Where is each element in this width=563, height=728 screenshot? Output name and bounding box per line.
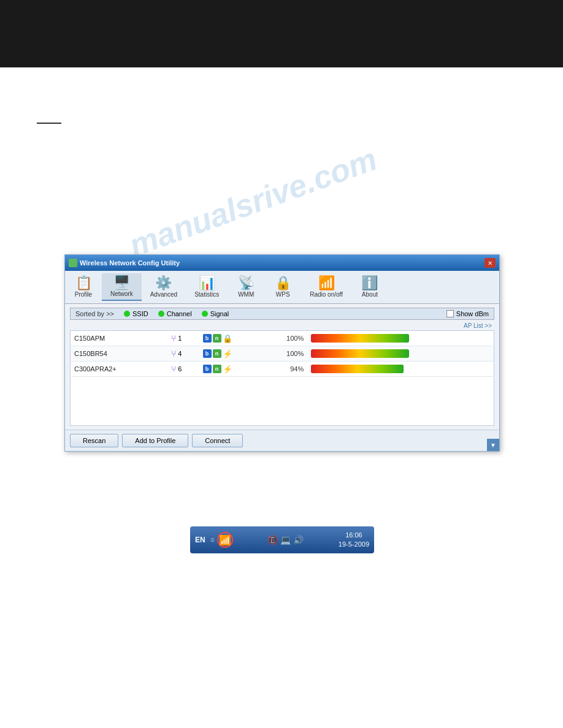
connect-button[interactable]: Connect [192, 434, 243, 447]
about-icon: ℹ️ [361, 276, 378, 290]
table-row[interactable]: C300APRA2+ ⑂ 6 b n ⚡ 94% [71, 362, 494, 377]
tray-icon-3: 🔊 [293, 535, 304, 545]
signal-percent: 100% [264, 331, 307, 346]
bolt-icon: ⚡ [223, 349, 232, 358]
toolbar-item-radio[interactable]: 📶 Radio on/off [301, 273, 351, 301]
channel-num: 4 [178, 350, 182, 357]
close-button[interactable]: ✕ [484, 258, 496, 268]
proto-b-icon: b [203, 349, 212, 358]
channel-dot [158, 311, 164, 317]
date-display: 19-5-2009 [339, 540, 369, 549]
signal-sort-label: Signal [210, 310, 229, 317]
signal-bar [311, 334, 409, 343]
bolt-icon: ⚡ [223, 365, 232, 374]
window-title: Wireless Network Config Utility [80, 259, 180, 267]
channel-sort-item[interactable]: Channel [158, 310, 192, 317]
fork-icon: ⑂ [171, 333, 176, 343]
toolbar-item-wmm[interactable]: 📡 WMM [228, 273, 264, 301]
toolbar-item-advanced[interactable]: ⚙️ Advanced [142, 273, 186, 301]
proto-n-icon: n [213, 349, 221, 358]
wps-label: WPS [276, 291, 290, 298]
taskbar: EN ≡ 📶 📵 💻 🔊 16:06 19-5-2009 [190, 526, 374, 553]
advanced-icon: ⚙️ [155, 276, 172, 290]
signal-bar [311, 349, 409, 358]
rescan-button[interactable]: Rescan [70, 434, 118, 447]
show-dbm-label: Show dBm [456, 310, 489, 317]
channel-num: 1 [178, 335, 182, 342]
wmm-icon: 📡 [238, 276, 255, 290]
about-label: About [362, 291, 378, 298]
wps-icon: 🔒 [275, 276, 291, 290]
hr-line [37, 123, 61, 124]
statistics-label: Statistics [194, 291, 219, 298]
profile-icon: 📋 [75, 276, 92, 290]
toolbar-item-wps[interactable]: 🔒 WPS [264, 273, 301, 301]
radio-label: Radio on/off [310, 291, 343, 298]
proto-n-icon: n [213, 334, 221, 343]
signal-percent: 94% [264, 362, 307, 377]
signal-bar-cell [307, 362, 494, 377]
toolbar-item-statistics[interactable]: 📊 Statistics [186, 273, 228, 301]
advanced-label: Advanced [150, 291, 177, 298]
time-display: 16:06 [339, 531, 369, 540]
signal-percent: 100% [264, 346, 307, 362]
taskbar-time: 16:06 19-5-2009 [339, 531, 369, 550]
ssid-cell: C150BR54 [71, 346, 168, 362]
toolbar-item-profile[interactable]: 📋 Profile [65, 273, 102, 301]
watermark: manualsrive.com [124, 140, 382, 264]
wmm-label: WMM [238, 291, 254, 298]
channel-cell: ⑂ 4 [167, 346, 199, 362]
content-area: Sorted by >> SSID Channel Signal Show dB… [65, 304, 499, 430]
toolbar-item-network[interactable]: 🖥️ Network [102, 273, 142, 301]
channel-cell: ⑂ 1 [167, 331, 199, 346]
table-row[interactable]: C150APM ⑂ 1 b n 🔒 100% [71, 331, 494, 346]
tray-icon-2: 💻 [280, 535, 291, 545]
ssid-cell: C300APRA2+ [71, 362, 168, 377]
wifi-signal-icon: 📶 [219, 534, 231, 546]
signal-bar-fill [311, 334, 409, 343]
empty-ap-area [70, 377, 494, 426]
signal-sort-item[interactable]: Signal [202, 310, 229, 317]
signal-dot [202, 311, 208, 317]
proto-b-icon: b [203, 334, 212, 343]
protocol-cell: b n 🔒 [199, 331, 264, 346]
network-icon: 🖥️ [113, 276, 130, 289]
ap-table: C150APM ⑂ 1 b n 🔒 100% [70, 330, 494, 377]
proto-b-icon: b [203, 365, 212, 373]
show-dbm-checkbox[interactable] [446, 310, 454, 317]
show-dbm-container: Show dBm [446, 310, 489, 317]
bottom-buttons: Rescan Add to Profile Connect [65, 430, 499, 451]
toolbar: 📋 Profile 🖥️ Network ⚙️ Advanced 📊 Stati… [65, 271, 499, 304]
top-bar [0, 0, 563, 67]
protocol-cell: b n ⚡ [199, 346, 264, 362]
profile-label: Profile [75, 291, 92, 298]
table-row[interactable]: C150BR54 ⑂ 4 b n ⚡ 100% [71, 346, 494, 362]
signal-bar [311, 365, 409, 373]
scroll-arrow[interactable]: ▼ [487, 439, 499, 451]
tray-icon-1: 📵 [267, 535, 278, 545]
statistics-icon: 📊 [199, 276, 215, 290]
wifi-tray-icon[interactable]: 📶 [217, 532, 233, 548]
title-bar: Wireless Network Config Utility ✕ [65, 255, 499, 271]
channel-num: 6 [178, 365, 182, 373]
ssid-sort-item[interactable]: SSID [124, 310, 148, 317]
sort-bar: Sorted by >> SSID Channel Signal Show dB… [70, 308, 494, 320]
lock-icon: 🔒 [223, 334, 232, 343]
ap-list-header: AP List >> [70, 322, 494, 329]
signal-bar-fill [311, 365, 403, 373]
toolbar-item-about[interactable]: ℹ️ About [351, 273, 388, 301]
main-window: Wireless Network Config Utility ✕ 📋 Prof… [64, 254, 500, 452]
fork-icon: ⑂ [171, 349, 176, 358]
signal-bar-fill [311, 349, 409, 358]
ssid-cell: C150APM [71, 331, 168, 346]
ssid-dot [124, 311, 130, 317]
add-to-profile-button[interactable]: Add to Profile [122, 434, 188, 447]
protocol-cell: b n ⚡ [199, 362, 264, 377]
proto-n-icon: n [213, 365, 221, 373]
network-label: Network [110, 290, 133, 297]
ssid-sort-label: SSID [132, 310, 148, 317]
radio-icon: 📶 [318, 276, 335, 290]
language-indicator: EN [195, 536, 205, 544]
title-bar-left: Wireless Network Config Utility [69, 259, 180, 267]
channel-sort-label: Channel [167, 310, 192, 317]
